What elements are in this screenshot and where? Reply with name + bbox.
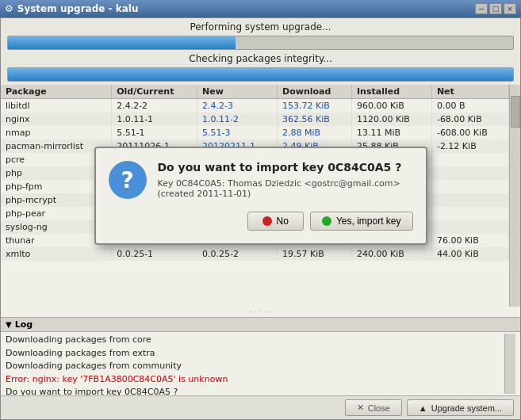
close-label: Close xyxy=(368,403,390,413)
dialog-overlay: ? Do you want to import key 0C84C0A5 ? K… xyxy=(1,85,520,307)
close-button[interactable]: ✕ Close xyxy=(345,399,402,416)
dialog-content: Do you want to import key 0C84C0A5 ? Key… xyxy=(158,161,413,231)
progress-bar-1 xyxy=(7,36,514,50)
window-title: System upgrade - kalu xyxy=(17,3,139,14)
upgrade-icon: ▲ xyxy=(419,403,427,413)
import-key-dialog: ? Do you want to import key 0C84C0A5 ? K… xyxy=(94,147,427,245)
window-icon: ⚙ xyxy=(5,3,13,14)
dialog-description: Key 0C84C0A5: Thomas Dziedzic <gostrc@gm… xyxy=(158,178,413,199)
close-window-button[interactable]: × xyxy=(504,3,516,14)
log-label: Log xyxy=(15,319,33,330)
minimize-button[interactable]: − xyxy=(475,3,488,14)
log-scrollbar[interactable] xyxy=(504,334,515,394)
no-button[interactable]: No xyxy=(247,212,304,231)
progress-bar-2-fill xyxy=(8,68,513,81)
yes-import-key-button[interactable]: Yes, import key xyxy=(310,212,413,231)
progress-bar-1-fill xyxy=(8,36,236,49)
yes-label: Yes, import key xyxy=(336,216,401,227)
log-line: Downloading packages from core xyxy=(6,334,504,347)
log-line: Error: nginx: key '7FB1A3800C84C0A5' is … xyxy=(6,373,504,387)
log-line: Do you want to import key 0C84C0A5 ? xyxy=(6,386,504,395)
resize-dots: · · · · · xyxy=(1,307,520,317)
log-content: Downloading packages from coreDownloadin… xyxy=(1,332,520,395)
dialog-question-icon: ? xyxy=(109,161,147,199)
progress-bar-2 xyxy=(7,67,514,82)
no-label: No xyxy=(277,216,289,227)
title-bar-controls: − □ × xyxy=(475,3,516,14)
dialog-buttons: No Yes, import key xyxy=(158,212,413,231)
main-window: Performing system upgrade... Checking pa… xyxy=(0,17,521,420)
bottom-bar: ✕ Close ▲ Upgrade system... xyxy=(1,395,520,419)
log-line: Downloading packages from community xyxy=(6,360,504,373)
upgrade-label: Upgrade system... xyxy=(431,403,502,413)
log-text: Downloading packages from coreDownloadin… xyxy=(6,334,504,394)
yes-icon xyxy=(322,216,331,226)
log-section: ▼ Log Downloading packages from coreDown… xyxy=(1,317,520,395)
progress-label-1: Performing system upgrade... xyxy=(7,21,514,32)
title-bar-left: ⚙ System upgrade - kalu xyxy=(5,3,138,14)
log-header: ▼ Log xyxy=(1,318,520,332)
no-icon xyxy=(262,216,272,226)
dialog-title: Do you want to import key 0C84C0A5 ? xyxy=(158,161,413,174)
log-collapse-icon[interactable]: ▼ xyxy=(6,320,12,329)
maximize-button[interactable]: □ xyxy=(489,3,502,14)
dialog-inner: ? Do you want to import key 0C84C0A5 ? K… xyxy=(109,161,413,231)
progress-area: Performing system upgrade... Checking pa… xyxy=(1,18,520,85)
log-line: Downloading packages from extra xyxy=(6,347,504,361)
table-area: Package Old/Current New Download Install… xyxy=(1,85,520,307)
close-icon: ✕ xyxy=(357,403,364,413)
progress-label-2: Checking packages integrity... xyxy=(7,53,514,64)
title-bar: ⚙ System upgrade - kalu − □ × xyxy=(0,0,521,17)
upgrade-system-button[interactable]: ▲ Upgrade system... xyxy=(407,399,514,416)
